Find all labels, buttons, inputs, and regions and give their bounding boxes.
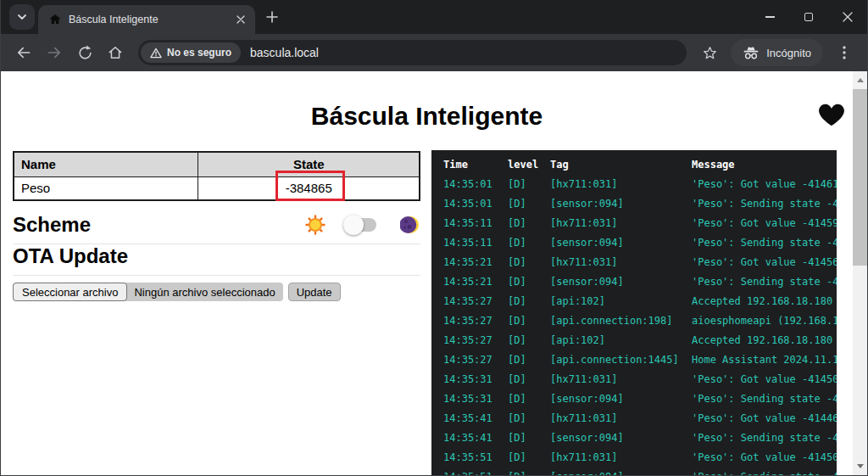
log-time: 14:35:31 [443,389,508,409]
scheme-section: Scheme [13,213,420,244]
browser-menu-button[interactable] [830,38,859,67]
log-message: 'Peso': Got value -414569 [692,253,837,272]
maximize-button[interactable] [789,0,828,34]
security-label: No es seguro [167,47,231,59]
log-row: 14:35:41 [D] [hx711:031] 'Peso': Got val… [443,409,837,428]
log-row: 14:35:27 [D] [api:102] Accepted 192.168.… [443,292,837,311]
scheme-controls [305,215,420,235]
log-time: 14:35:21 [443,272,508,292]
back-arrow-icon [15,44,32,61]
plus-icon [266,11,278,23]
log-tag: [api:102] [550,331,692,350]
back-button[interactable] [9,38,38,67]
sensor-state: -384865 [198,176,420,200]
log-time: 14:35:51 [443,468,508,475]
page-scrollbar[interactable] [853,71,867,475]
log-tag: [sensor:094] [550,233,692,253]
triangle-down-icon [857,464,864,468]
theme-toggle[interactable] [346,218,376,232]
reload-button[interactable] [70,38,99,67]
page-content: Báscula Inteligente Name State Peso -384… [1,71,867,475]
minimize-button[interactable] [750,0,789,34]
log-level: [D] [508,311,550,331]
log-level: [D] [508,214,550,233]
log-row: 14:35:27 [D] [api:102] Accepted 192.168.… [443,331,837,350]
table-row: Peso -384865 [14,176,420,200]
file-status-text: Ningún archivo seleccionado [127,286,275,299]
log-row: 14:35:51 [D] [sensor:094] 'Peso': Sendin… [443,468,837,475]
log-time: 14:35:21 [443,253,508,272]
sun-icon [305,215,326,235]
security-chip[interactable]: No es seguro [141,42,241,63]
log-message: 'Peso': Sending state -41 [692,194,837,214]
moon-icon [400,215,420,235]
update-button[interactable]: Update [288,283,341,301]
scroll-down-button[interactable] [853,459,867,473]
forward-arrow-icon [46,44,63,61]
log-row: 14:35:21 [D] [sensor:094] 'Peso': Sendin… [443,272,837,292]
log-message: Accepted 192.168.18.180 [692,292,837,311]
log-row: 14:35:21 [D] [hx711:031] 'Peso': Got val… [443,253,837,272]
browser-tab[interactable]: Báscula Inteligente [38,5,255,34]
log-time: 14:35:01 [443,175,508,194]
log-message: Home Assistant 2024.11.1 [692,350,837,370]
log-level: [D] [508,331,550,350]
window-controls [750,0,867,34]
triangle-up-icon [857,78,864,82]
log-time: 14:35:51 [443,448,508,468]
forward-button[interactable] [40,38,69,67]
log-level: [D] [508,175,550,194]
home-button[interactable] [101,38,130,67]
tab-search-button[interactable] [9,4,35,30]
log-row: 14:35:27 [D] [api.connection:1445] Home … [443,350,837,370]
log-body: 14:35:01 [D] [hx711:031] 'Peso': Got val… [443,175,837,475]
close-window-button[interactable] [828,0,867,34]
incognito-badge: Incógnito [731,39,823,66]
log-message: 'Peso': Sending state -41 [692,233,837,253]
log-tag: [hx711:031] [550,253,692,272]
log-time: 14:35:01 [443,194,508,214]
log-level: [D] [508,292,550,311]
ota-heading: OTA Update [13,244,420,276]
log-level: [D] [508,233,550,253]
log-header-message: Message [692,155,837,175]
log-tag: [sensor:094] [550,389,692,409]
sensor-name: Peso [14,176,198,200]
log-tag: [api:102] [550,292,692,311]
log-header-time: Time [443,155,508,175]
log-row: 14:35:27 [D] [api.connection:198] aioesp… [443,311,837,331]
bookmark-star-button[interactable] [695,38,724,67]
log-message: 'Peso': Got value -414598 [692,214,837,233]
incognito-icon [743,47,760,59]
scheme-heading: Scheme [13,213,91,237]
address-bar[interactable]: No es seguro bascula.local [138,40,687,65]
log-tag: [hx711:031] [550,370,692,389]
log-console: Time level Tag Message 14:35:01 [D] [hx7… [431,150,837,475]
log-level: [D] [508,253,550,272]
log-level: [D] [508,448,550,468]
sensors-section: Name State Peso -384865 Scheme [13,151,420,301]
log-level: [D] [508,409,550,428]
scrollbar-thumb[interactable] [853,89,867,266]
log-row: 14:35:51 [D] [hx711:031] 'Peso': Got val… [443,448,837,468]
new-tab-button[interactable] [260,5,284,29]
theme-toggle-knob[interactable] [343,215,364,235]
log-time: 14:35:31 [443,370,508,389]
log-tag: [sensor:094] [550,428,692,448]
scroll-up-button[interactable] [853,73,867,87]
file-input[interactable]: Seleccionar archivo Ningún archivo selec… [13,283,283,301]
log-time: 14:35:27 [443,331,508,350]
log-tag: [sensor:094] [550,194,692,214]
log-tag: [hx711:031] [550,448,692,468]
log-level: [D] [508,350,550,370]
log-tag: [hx711:031] [550,409,692,428]
home-favicon-icon [48,13,62,26]
log-level: [D] [508,428,550,448]
tab-strip: Báscula Inteligente [1,0,867,34]
file-select-button[interactable]: Seleccionar archivo [13,283,127,301]
log-tag: [api.connection:1445] [550,350,692,370]
tab-close-button[interactable] [233,12,248,27]
log-row: 14:35:11 [D] [sensor:094] 'Peso': Sendin… [443,233,837,253]
star-icon [702,45,718,61]
log-message: 'Peso': Sending state -41 [692,389,837,409]
